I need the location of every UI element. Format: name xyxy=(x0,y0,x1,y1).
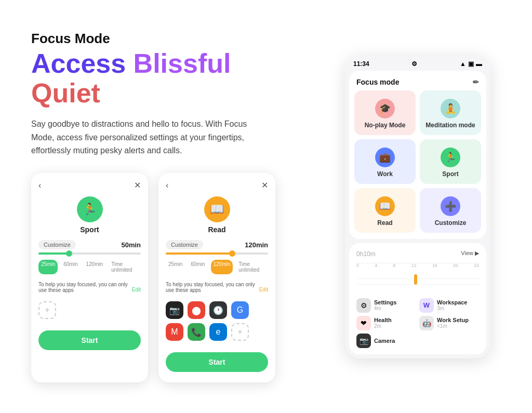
phone1-apps-label: To help you stay focused, you can only u… xyxy=(38,282,132,293)
phone1-customize-badge[interactable]: Customize xyxy=(38,240,76,249)
phone2-opt-25[interactable]: 25min xyxy=(166,260,185,274)
headline-blissful: Blissful xyxy=(134,48,231,78)
phone2-slider-track[interactable] xyxy=(166,252,268,255)
work-setup-app-icon: 🤖 xyxy=(419,316,434,330)
phone2-app-google: G xyxy=(231,301,249,319)
phone1-slider-track[interactable] xyxy=(38,252,141,255)
phone1-add-app-button[interactable]: + xyxy=(38,301,56,319)
phone1-back-icon[interactable]: ‹ xyxy=(38,181,41,190)
app-usage-workspace: W Workspace 3m xyxy=(419,298,479,313)
headline-access: Access xyxy=(31,48,126,78)
settings-gear-icon: ⚙ xyxy=(411,60,417,68)
phone2-opt-60[interactable]: 60min xyxy=(188,260,207,274)
meditation-icon: 🧘 xyxy=(441,99,460,118)
phone1-close-icon[interactable]: ✕ xyxy=(134,180,141,190)
settings-app-icon: ⚙ xyxy=(356,298,371,313)
phone2-back-icon[interactable]: ‹ xyxy=(166,181,168,190)
battery-icon: ▬ xyxy=(476,60,482,68)
phone2-customize-badge[interactable]: Customize xyxy=(166,240,203,249)
phone2-top-bar: ‹ ✕ xyxy=(166,180,268,190)
focus-mode-edit-icon[interactable]: ✏ xyxy=(473,78,479,86)
focus-mode-header: Focus mode ✏ xyxy=(349,71,486,90)
phone2-time-display: 120min xyxy=(245,241,268,249)
status-time: 11:34 xyxy=(353,60,369,68)
phone1-edit-link[interactable]: Edit xyxy=(132,287,141,292)
phone1-apps-grid: + xyxy=(38,301,141,319)
right-panel: 11:34 ⚙ ▲ ▣ ▬ Focus mode ✏ 🎓 No-play Mod… xyxy=(345,55,501,358)
focus-card-work[interactable]: 💼 Work xyxy=(354,139,416,184)
workspace-app-time: 3m xyxy=(437,305,468,311)
right-phone: 11:34 ⚙ ▲ ▣ ▬ Focus mode ✏ 🎓 No-play Mod… xyxy=(345,55,490,358)
phone1-mode-name: Sport xyxy=(38,225,141,234)
phone1-opt-25[interactable]: 25min xyxy=(38,260,58,274)
phone2-app-gmail: M xyxy=(166,323,183,341)
usage-section: 0h10m View ▶ 04812162024 ⚙ xyxy=(349,243,486,354)
workspace-app-icon: W xyxy=(419,298,434,313)
phone1-start-button[interactable]: Start xyxy=(38,330,141,350)
focus-mode-title: Focus mode xyxy=(356,78,399,86)
status-icons: ▲ ▣ ▬ xyxy=(460,60,482,68)
camera-app-name: Camera xyxy=(374,338,395,344)
phone1-customize-row: Customize 50min xyxy=(38,240,141,249)
phone1-time-options: 25min 60min 120min Time unlimited xyxy=(38,260,141,274)
app-usage-work-setup: 🤖 Work Setup <1m xyxy=(419,316,479,330)
customize-label: Customize xyxy=(435,219,467,227)
work-label: Work xyxy=(377,170,393,178)
usage-chart: 04812162024 xyxy=(356,263,479,294)
chart-bar-12 xyxy=(414,274,417,285)
sport-icon: 🏃 xyxy=(441,148,460,167)
phone-mockup-read: ‹ ✕ 📖 Read Customize 120min 25min 60min … xyxy=(158,173,275,382)
workspace-app-name: Workspace xyxy=(437,299,468,305)
description: Say goodbye to distractions and hello to… xyxy=(31,117,270,157)
app-usage-settings: ⚙ Settings 4m xyxy=(356,298,416,313)
phone2-time-options: 25min 60min 120min Time unlimited xyxy=(166,260,268,274)
work-icon: 💼 xyxy=(375,148,395,167)
camera-app-icon: 📷 xyxy=(356,334,371,348)
app-usage-list: ⚙ Settings 4m W Workspace 3m ❤ xyxy=(356,298,479,330)
phone1-opt-unlimited[interactable]: Time unlimited xyxy=(109,260,141,274)
phones-row: ‹ ✕ 🏃 Sport Customize 50min 25min 60min … xyxy=(31,173,301,382)
phone2-apps-row: To help you stay focused, you can only u… xyxy=(166,282,268,297)
settings-app-name: Settings xyxy=(374,299,396,305)
phone2-add-app-button[interactable]: + xyxy=(231,323,249,341)
page-tagline: Focus Mode xyxy=(31,31,301,47)
focus-card-read[interactable]: 📖 Read xyxy=(354,188,416,233)
phone2-edit-link[interactable]: Edit xyxy=(259,287,268,292)
chart-x-labels: 04812162024 xyxy=(356,263,479,268)
settings-app-time: 4m xyxy=(374,305,396,311)
focus-card-customize[interactable]: ➕ Customize xyxy=(420,188,481,233)
focus-mode-section: Focus mode ✏ 🎓 No-play Mode 🧘 Meditation… xyxy=(349,71,486,239)
focus-card-sport[interactable]: 🏃 Sport xyxy=(420,139,481,184)
phone2-close-icon[interactable]: ✕ xyxy=(261,180,268,190)
customize-icon: ➕ xyxy=(441,196,460,216)
phone2-mode-icon: 📖 xyxy=(204,196,230,222)
phone2-opt-unlimited[interactable]: Time unlimited xyxy=(236,260,268,274)
meditation-label: Meditation mode xyxy=(425,122,475,129)
view-link[interactable]: View ▶ xyxy=(461,250,479,257)
focus-card-meditation[interactable]: 🧘 Meditation mode xyxy=(420,90,481,135)
focus-card-no-play[interactable]: 🎓 No-play Mode xyxy=(354,90,416,135)
phone1-mode-icon: 🏃 xyxy=(77,196,103,222)
phone1-time-display: 50min xyxy=(121,241,141,249)
phone2-apps-label: To help you stay focused, you can only u… xyxy=(166,282,259,293)
app-usage-camera: 📷 Camera xyxy=(356,334,479,348)
phone-mockup-sport: ‹ ✕ 🏃 Sport Customize 50min 25min 60min … xyxy=(31,173,148,382)
phone2-start-button[interactable]: Start xyxy=(166,352,268,372)
wifi-icon: ▲ xyxy=(460,60,466,68)
phone1-opt-60[interactable]: 60min xyxy=(61,260,80,274)
phone2-opt-120[interactable]: 120min xyxy=(211,260,233,274)
usage-time: 0h10m xyxy=(356,249,376,258)
focus-mode-grid: 🎓 No-play Mode 🧘 Meditation mode 💼 Work … xyxy=(349,90,486,239)
headline: Access Blissful Quiet xyxy=(31,49,301,108)
phone1-opt-120[interactable]: 120min xyxy=(84,260,106,274)
usage-header: 0h10m View ▶ xyxy=(356,249,479,258)
sport-label: Sport xyxy=(442,170,458,178)
health-app-name: Health xyxy=(374,317,392,323)
no-play-label: No-play Mode xyxy=(365,122,406,129)
work-setup-app-name: Work Setup xyxy=(437,317,469,323)
read-label: Read xyxy=(377,219,392,227)
phone1-apps-row: To help you stay focused, you can only u… xyxy=(38,282,141,297)
left-panel: Focus Mode Access Blissful Quiet Say goo… xyxy=(31,31,301,382)
phone2-customize-row: Customize 120min xyxy=(166,240,268,249)
no-play-icon: 🎓 xyxy=(375,99,395,118)
